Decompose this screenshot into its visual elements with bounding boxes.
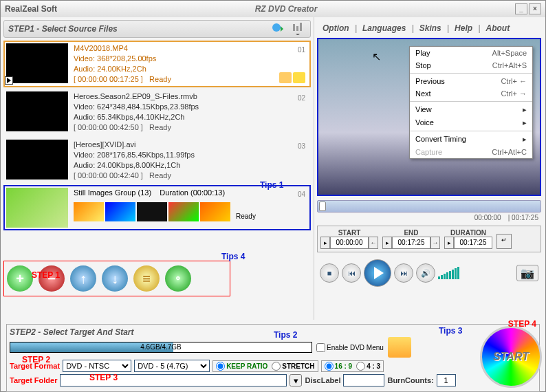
step1-title: STEP1 - Select Source Files [8,24,118,34]
add-file-button[interactable]: + [7,265,33,292]
menu-skins[interactable]: Skins [417,23,444,33]
move-down-button[interactable]: ↓ [102,265,128,292]
file-index: 04 [298,189,305,199]
step1-header: STEP1 - Select Source Files [3,20,311,38]
time-range: [ 00:00:00 00:42:40 ] [74,171,143,179]
group-thumbnail [6,188,68,228]
file-status: Ready [149,123,171,131]
aspect-169-radio[interactable]: 16 : 9 [325,362,353,371]
svg-rect-3 [300,23,302,31]
disclabel-input[interactable] [343,374,384,386]
file-item[interactable]: Heroes.Season2.EP09_S-Files.rmvb Video: … [3,89,311,135]
svg-point-0 [272,23,281,32]
aspect-43-radio[interactable]: 4 : 3 [356,362,380,371]
mute-button[interactable]: 🔊 [416,263,435,283]
file-status: Ready [149,171,171,179]
target-folder-label: Target Folder [10,376,57,384]
file-name: [Heroes][XVID].avi [74,140,308,150]
burncounts-input[interactable] [437,374,456,386]
menu-about[interactable]: About [483,23,512,33]
audio-info: Audio: 65.34Kbps,44.10KHz,2Ch [74,112,308,122]
trim-start-value[interactable]: 00:00:00 [330,237,369,249]
sort-icon[interactable] [290,21,306,36]
move-up-button[interactable]: ↑ [70,265,96,292]
capacity-bar: 4.6GB/4.7GB [10,342,312,353]
cursor-icon: ↖ [372,50,381,63]
step2-title: STEP2 - Select Target And Start [10,327,536,337]
ctx-previous[interactable]: PreviousCtrl+ ← [410,75,532,87]
ctx-view[interactable]: View [410,103,532,116]
tree-button[interactable]: ⚬ [165,265,191,292]
main-menu: Option| Languages| Skins| Help| About [317,20,541,36]
stretch-radio[interactable]: STRETCH [272,362,314,371]
image-group-item[interactable]: Still Images Group (13) Duration (00:00:… [3,185,311,230]
trim-end-set[interactable]: ▸ [382,237,392,249]
disc-select[interactable]: DVD - 5 (4.7G) [134,360,210,372]
file-index: 03 [298,141,305,151]
image-swatches: Ready [74,202,308,221]
stop-button[interactable]: ■ [320,263,339,283]
menu-help[interactable]: Help [452,23,475,33]
menu-languages[interactable]: Languages [360,23,408,33]
file-item[interactable]: M4V20018.MP4 Video: 368*208,25.00fps Aud… [3,41,311,87]
volume-bars[interactable] [438,267,459,279]
trim-start-set[interactable]: ▸ [320,237,330,249]
video-info: Video: 624*348,484.15Kbps,23.98fps [74,102,308,112]
swatch [105,202,135,221]
source-file-list: M4V20018.MP4 Video: 368*208,25.00fps Aud… [3,41,311,261]
minimize-button[interactable]: _ [515,3,527,14]
import-icon[interactable] [270,21,287,36]
app-title: RZ DVD Creator [57,4,515,14]
video-info: Video: 368*208,25.00fps [74,54,308,64]
trim-start-dec[interactable]: ← [369,237,378,249]
trim-dur-set[interactable]: ▸ [444,237,454,249]
seek-slider[interactable] [317,200,541,213]
menu-option[interactable]: Option [320,23,352,33]
file-name: Heroes.Season2.EP09_S-Files.rmvb [74,91,308,102]
ctx-stop[interactable]: StopCtrl+Alt+S [410,59,532,72]
folder-browse-button[interactable]: ▾ [290,374,302,386]
target-format-label: Target Format [10,362,60,370]
group-label: Still Images Group (13) [74,188,151,197]
trim-end-inc[interactable]: → [430,237,440,249]
start-button[interactable]: START [480,326,542,388]
titlebar: RealZeal Soft RZ DVD Creator _ × [1,1,545,17]
tools-icon[interactable] [293,72,305,83]
swatch [200,202,230,221]
file-index: 01 [298,45,305,55]
ctx-voice[interactable]: Voice [410,116,532,129]
ctx-play[interactable]: PlayAlt+Space [410,47,532,59]
seek-knob[interactable] [319,202,326,211]
ctx-convert-timing[interactable]: Convert Timing [410,133,532,146]
keep-ratio-radio[interactable]: KEEP RATIO [216,362,267,371]
file-item[interactable]: [Heroes][XVID].avi Video: 208*176,85.45K… [3,137,311,184]
dvd-menu-tools-icon[interactable] [388,337,411,358]
edit-icon[interactable] [279,72,292,83]
app-window: RealZeal Soft RZ DVD Creator _ × STEP1 -… [0,0,546,392]
trim-controls: START ▸00:00:00← END ▸00:17:25→ DURATION… [317,226,541,252]
video-info: Video: 208*176,85.45Kbps,11.99fps [74,150,308,160]
remove-file-button[interactable]: − [39,265,65,292]
info-button[interactable]: ≡ [133,265,160,292]
file-thumbnail [6,91,68,131]
preview-position: 00:00:00 [474,214,501,221]
format-select[interactable]: DVD - NTSC [63,360,131,372]
trim-dur-label: DURATION [444,229,492,237]
close-button[interactable]: × [529,3,541,14]
ctx-next[interactable]: NextCtrl+ → [410,87,532,100]
trim-apply-button[interactable]: ↵ [496,234,512,249]
swatch [137,202,167,221]
snapshot-button[interactable]: 📷 [516,265,538,281]
enable-dvd-menu-checkbox[interactable]: Enable DVD Menu [316,343,384,352]
ctx-capture[interactable]: CaptureCtrl+Atl+C [410,146,532,158]
preview-duration: | 00:17:25 [508,214,538,221]
play-button[interactable] [364,259,391,287]
trim-end-value[interactable]: 00:17:25 [392,237,430,249]
next-button[interactable]: ⏭ [394,263,413,283]
target-folder-input[interactable] [60,374,287,386]
capacity-text: 4.6GB/4.7GB [140,343,181,351]
video-preview[interactable]: ↖ PlayAlt+Space StopCtrl+Alt+S PreviousC… [317,38,541,196]
preview-context-menu: PlayAlt+Space StopCtrl+Alt+S PreviousCtr… [409,46,533,159]
trim-dur-value[interactable]: 00:17:25 [454,237,492,249]
prev-button[interactable]: ⏮ [342,263,361,283]
